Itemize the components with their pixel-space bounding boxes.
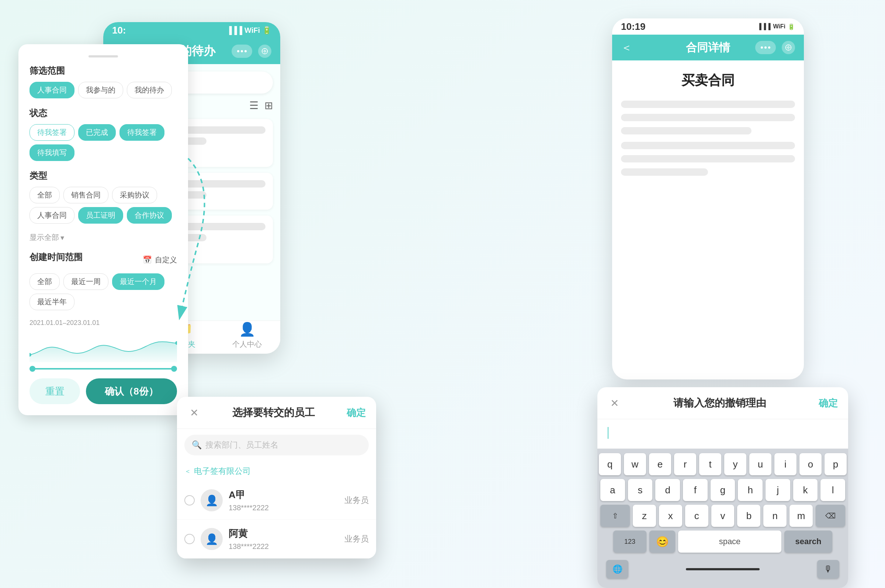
tag-waiting-sign2[interactable]: 待我签署 (119, 124, 164, 141)
status-time-back: 10: (112, 25, 126, 36)
tag-personnel-contract[interactable]: 人事合同 (30, 82, 74, 98)
key-globe[interactable]: 🌐 (606, 560, 628, 578)
key-w[interactable]: w (624, 453, 646, 475)
key-emoji[interactable]: 😊 (649, 531, 675, 553)
key-s[interactable]: s (628, 479, 653, 501)
key-i[interactable]: i (774, 453, 796, 475)
employee-role-1: 业务员 (345, 534, 369, 544)
company-nav[interactable]: ＜ 电子签有限公司 (177, 461, 376, 481)
key-o[interactable]: o (799, 453, 822, 475)
phone-right-frame: 10:19 ▐▐▐ WiFi 🔋 ＜ 合同详情 买卖合同 (612, 18, 804, 380)
confirm-button[interactable]: 确认（8份） (86, 378, 177, 404)
more-button-right[interactable] (755, 41, 776, 54)
key-l[interactable]: l (820, 479, 845, 501)
home-indicator (686, 568, 760, 570)
key-z[interactable]: z (633, 505, 656, 527)
filter-icon[interactable]: ⊞ (264, 99, 273, 112)
key-g[interactable]: g (710, 479, 735, 501)
key-p[interactable]: p (825, 453, 847, 475)
cancel-modal-close[interactable]: ✕ (608, 396, 621, 410)
tag-my-todo[interactable]: 我的待办 (127, 82, 172, 98)
filter-range-tags: 人事合同 我参与的 我的待办 (30, 82, 177, 98)
tag-purchase[interactable]: 采购协议 (112, 187, 157, 203)
cancel-reason-input[interactable] (598, 419, 848, 449)
slider-thumb-right[interactable] (171, 366, 177, 372)
key-d[interactable]: d (655, 479, 680, 501)
tag-waiting-sign[interactable]: 待我签署 (30, 124, 74, 141)
key-u[interactable]: u (749, 453, 771, 475)
employee-name-1: 阿黄 (229, 527, 339, 540)
slider-thumb-left[interactable] (30, 366, 35, 372)
key-shift[interactable]: ⇧ (601, 505, 630, 527)
date-tag-month[interactable]: 最近一个月 (112, 273, 164, 290)
employee-radio-1[interactable] (184, 534, 195, 544)
employee-item-0[interactable]: 👤 A甲 138****2222 业务员 (177, 481, 376, 520)
tag-sales[interactable]: 销售合同 (63, 187, 108, 203)
content-line2 (621, 114, 795, 121)
key-x[interactable]: x (659, 505, 682, 527)
tag-participated[interactable]: 我参与的 (78, 82, 123, 98)
key-numbers[interactable]: 123 (613, 531, 646, 553)
show-all-link[interactable]: 显示全部 ▾ (30, 232, 177, 242)
key-a[interactable]: a (601, 479, 625, 501)
dot2 (241, 50, 243, 52)
custom-label: 自定义 (155, 255, 177, 265)
date-tag-all[interactable]: 全部 (30, 273, 60, 290)
list-icon[interactable]: ☰ (249, 99, 259, 112)
more-button-back[interactable] (232, 45, 252, 58)
key-b[interactable]: b (737, 505, 760, 527)
modal-close-button[interactable]: ✕ (187, 406, 200, 419)
key-space[interactable]: space (678, 531, 781, 553)
key-r[interactable]: r (674, 453, 696, 475)
chart-svg (30, 333, 177, 362)
search-icon-modal: 🔍 (192, 440, 202, 450)
dot1r (761, 46, 763, 49)
status-bar-right: 10:19 ▐▐▐ WiFi 🔋 (612, 18, 804, 34)
back-button-right[interactable]: ＜ (621, 40, 632, 55)
date-tag-week[interactable]: 最近一周 (63, 273, 108, 290)
key-e[interactable]: e (649, 453, 671, 475)
date-tag-halfyear[interactable]: 最近半年 (30, 294, 74, 310)
nav-item-profile[interactable]: 👤 个人中心 (232, 322, 262, 349)
slider-bar[interactable] (30, 368, 177, 369)
cancel-modal: ✕ 请输入您的撤销理由 确定 q w e r t y u i o p a s d… (598, 387, 848, 588)
key-v[interactable]: v (711, 505, 734, 527)
tag-cooperation[interactable]: 合作协议 (127, 207, 172, 224)
employee-item-1[interactable]: 👤 阿黄 138****2222 业务员 (177, 520, 376, 558)
employee-radio-0[interactable] (184, 495, 195, 506)
modal-employee-confirm[interactable]: 确定 (347, 406, 366, 419)
tag-employee-cert[interactable]: 员工证明 (78, 207, 123, 224)
key-delete[interactable]: ⌫ (816, 505, 845, 527)
date-range-header: 创建时间范围 📅 自定义 (30, 251, 177, 268)
tag-completed[interactable]: 已完成 (78, 124, 116, 141)
nav-right-right (755, 41, 795, 54)
cancel-modal-confirm[interactable]: 确定 (819, 397, 838, 410)
text-cursor (608, 427, 608, 439)
filter-status-title: 状态 (30, 107, 177, 119)
target-button-right[interactable] (782, 41, 795, 54)
target-button-back[interactable] (258, 45, 271, 58)
key-c[interactable]: c (685, 505, 708, 527)
status-icons-back: ▐▐▐ WiFi 🔋 (226, 26, 271, 34)
key-search[interactable]: search (784, 531, 832, 553)
key-q[interactable]: q (599, 453, 621, 475)
tag-all[interactable]: 全部 (30, 187, 60, 203)
key-j[interactable]: j (766, 479, 790, 501)
wifi-icon: WiFi (244, 26, 260, 34)
tag-hr[interactable]: 人事合同 (30, 207, 74, 224)
key-y[interactable]: y (724, 453, 747, 475)
tag-waiting-fill[interactable]: 待我填写 (30, 144, 74, 161)
status-time-right: 10:19 (621, 21, 646, 32)
key-h[interactable]: h (738, 479, 763, 501)
dot3r (768, 46, 770, 49)
key-k[interactable]: k (793, 479, 818, 501)
reset-button[interactable]: 重置 (30, 378, 80, 404)
key-mic[interactable]: 🎙 (817, 560, 839, 578)
employee-search-bar[interactable]: 🔍 搜索部门、员工姓名 (184, 435, 369, 455)
key-f[interactable]: f (683, 479, 707, 501)
custom-date-btn[interactable]: 📅 自定义 (143, 255, 177, 265)
key-t[interactable]: t (699, 453, 721, 475)
chevron-down-icon: ▾ (60, 233, 64, 242)
key-n[interactable]: n (763, 505, 787, 527)
key-m[interactable]: m (790, 505, 813, 527)
